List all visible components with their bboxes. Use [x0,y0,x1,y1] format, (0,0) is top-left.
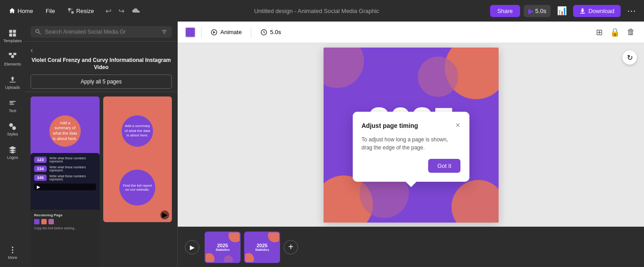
template-name: Violet Coral Frenzy and Curvy Informatio… [31,57,172,71]
sidebar-item-more[interactable]: More [1,242,24,263]
svg-point-14 [12,126,16,130]
dialog-title: Adjust page timing [362,122,418,129]
got-it-button[interactable]: Got it [428,159,460,173]
toolbar-divider-2 [251,27,251,38]
svg-point-17 [12,252,13,253]
share-button[interactable]: Share [490,5,520,17]
timeline-page-2[interactable]: 2025 Statistics [244,232,280,263]
svg-rect-12 [9,82,15,83]
topbar-left: Home File Resize ↩ ↪ [5,4,143,18]
svg-rect-21 [163,31,166,32]
adjust-dialog: Adjust page timing × To adjust how long … [353,112,469,182]
svg-point-18 [36,30,39,33]
sidebar-item-uploads[interactable]: Uploads [1,72,24,93]
svg-rect-8 [13,34,16,37]
svg-rect-5 [9,30,13,33]
sidebar-item-text[interactable]: Text [1,95,24,117]
redo-button[interactable]: ↪ [116,5,127,17]
dialog-close-button[interactable]: × [456,121,460,130]
timeline-bar: ▶ 2025 Statistics [178,227,644,267]
canvas-viewport: 2025 Statistics THE ROMRIELL FOUNDATION … [178,43,644,227]
canvas-area: Animate 5.0s ⊞ 🔒 🗑 [178,22,644,267]
animate-button[interactable]: Animate [207,27,245,38]
svg-point-13 [9,123,13,127]
file-button[interactable]: File [42,6,59,16]
svg-rect-4 [580,13,585,13]
dialog-arrow [406,182,416,187]
chevron-left-icon: ‹ [31,46,33,54]
card2-circle: Add a summary of what the data is about … [122,115,153,147]
svg-point-15 [12,247,13,248]
svg-rect-11 [13,53,17,55]
play-speed-control[interactable]: ▶ 5.0s [524,5,551,17]
play-badge-4: ▶ [160,210,169,219]
svg-rect-0 [68,8,70,10]
svg-rect-22 [163,33,165,34]
cloud-save-button[interactable] [129,4,143,18]
templates-header [25,22,177,42]
timeline-add-page-button[interactable]: + [284,240,298,254]
template-card-4[interactable]: Find the full report on our website. ▶ [103,153,172,222]
circle-top-left [324,48,364,88]
template-card-5[interactable]: Recoloring Page Copy this font before st… [31,210,100,267]
canvas-toolbar: Animate 5.0s ⊞ 🔒 🗑 [178,22,644,43]
circle-bottom-right [451,180,499,223]
card4-circle: Find the full report on our website. [119,170,155,206]
dialog-body: To adjust how long a page is shown, drag… [362,136,460,152]
lock-button[interactable]: 🔒 [608,26,622,39]
svg-line-19 [39,32,40,34]
home-label: Home [18,8,33,14]
topbar-nav: ↩ ↪ [103,4,143,18]
duration-button[interactable]: 5.0s [257,27,285,38]
topbar-right: Share ▶ 5.0s 📊 Download ⋯ [490,4,639,18]
download-button[interactable]: Download [573,5,621,17]
search-input[interactable] [45,29,158,35]
more-options-button[interactable]: ⋯ [624,4,639,18]
topbar: Home File Resize ↩ ↪ Untitled design - A… [0,0,644,22]
timeline-pages: 2025 Statistics 2025 Stati [205,232,298,263]
trash-button[interactable]: 🗑 [625,26,637,39]
sidebar-icons: Templates Elements Uploads Text Styles L… [0,22,25,267]
circle-top-right-purple [418,57,458,97]
templates-panel: ‹ Violet Coral Frenzy and Curvy Informat… [25,22,178,267]
sidebar-item-styles[interactable]: Styles [1,118,24,140]
sidebar-item-elements[interactable]: Elements [1,48,24,70]
template-back-button[interactable]: ‹ [31,46,172,54]
svg-point-9 [11,55,14,58]
home-button[interactable]: Home [5,6,37,16]
svg-rect-1 [71,11,74,13]
template-grid: Add a summary of what the data is about … [25,92,177,267]
svg-rect-20 [162,30,167,31]
toolbar-divider [201,27,202,38]
color-picker[interactable] [185,27,196,38]
sidebar-item-templates[interactable]: Templates [1,25,24,47]
timeline-page-1[interactable]: 2025 Statistics [205,232,241,263]
template-title-section: ‹ Violet Coral Frenzy and Curvy Informat… [25,42,177,92]
svg-rect-6 [13,30,16,33]
svg-rect-7 [9,34,13,37]
toolbar-right-icons: ⊞ 🔒 🗑 [594,26,637,39]
svg-point-16 [12,249,13,250]
design-title: Untitled design - Animated Social Media … [147,8,486,14]
resize-button[interactable]: Resize [64,6,98,16]
svg-rect-10 [9,53,12,55]
undo-button[interactable]: ↩ [103,5,114,17]
apply-all-button[interactable]: Apply all 5 pages [31,74,172,89]
search-bar[interactable] [31,26,172,38]
refresh-button[interactable]: ↻ [622,50,637,65]
dialog-header: Adjust page timing × [362,121,460,130]
sidebar-item-logos[interactable]: Logos [1,142,24,163]
card1-circle: Add a summary of what the data is about … [49,115,81,147]
timeline-play-button[interactable]: ▶ [185,240,199,254]
chart-button[interactable]: 📊 [554,4,570,18]
grid-button[interactable]: ⊞ [594,26,605,39]
main-layout: Templates Elements Uploads Text Styles L… [0,22,644,267]
